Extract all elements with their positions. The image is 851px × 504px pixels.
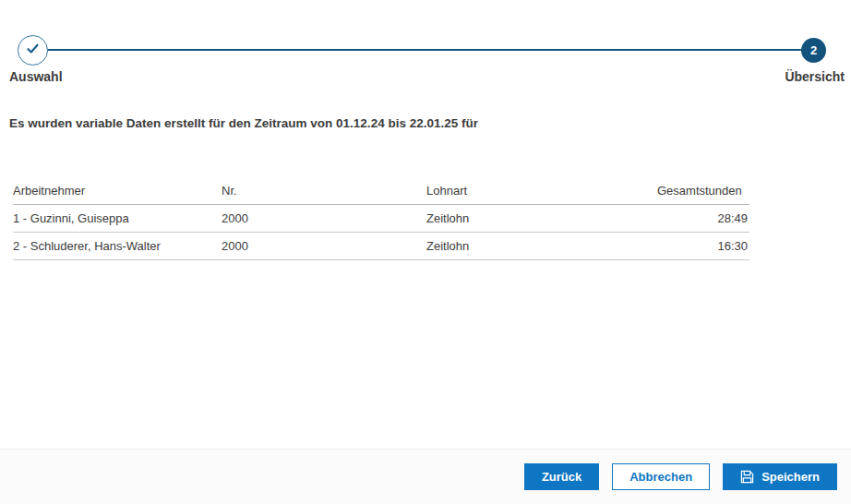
step-uebersicht-indicator[interactable]: 2	[801, 38, 826, 63]
cell-lohnart: Zeitlohn	[426, 232, 657, 259]
column-header-lohnart: Lohnart	[426, 178, 657, 204]
cell-arbeitnehmer: 2 - Schluderer, Hans-Walter	[13, 232, 222, 259]
step-connector-line	[47, 49, 802, 51]
cancel-button-label: Abbrechen	[629, 470, 692, 484]
column-header-arbeitnehmer: Arbeitnehmer	[13, 178, 222, 204]
table-header-row: Arbeitnehmer Nr. Lohnart Gesamtstunden	[13, 178, 749, 204]
back-button[interactable]: Zurück	[524, 463, 599, 490]
step-label-uebersicht: Übersicht	[785, 69, 845, 84]
footer-action-bar: Zurück Abbrechen Speichern	[0, 449, 851, 504]
column-header-gesamtstunden: Gesamtstunden	[657, 178, 749, 204]
step-label-auswahl: Auswahl	[9, 69, 63, 84]
save-button-label: Speichern	[761, 470, 820, 484]
cell-gesamtstunden: 28:49	[657, 204, 749, 232]
summary-message: Es wurden variable Daten erstellt für de…	[9, 116, 478, 130]
check-icon	[24, 40, 42, 61]
floppy-disk-icon	[740, 470, 754, 484]
cell-nr: 2000	[222, 232, 426, 259]
wizard-stepper: 2 Auswahl Übersicht	[0, 0, 851, 92]
step-number: 2	[810, 43, 817, 57]
table-row: 1 - Guzinni, Guiseppa 2000 Zeitlohn 28:4…	[13, 204, 749, 232]
step-auswahl-indicator[interactable]	[18, 35, 48, 66]
back-button-label: Zurück	[542, 470, 581, 484]
cell-arbeitnehmer: 1 - Guzinni, Guiseppa	[13, 204, 222, 232]
table-row: 2 - Schluderer, Hans-Walter 2000 Zeitloh…	[13, 232, 749, 259]
overview-table: Arbeitnehmer Nr. Lohnart Gesamtstunden 1…	[13, 178, 749, 260]
save-button[interactable]: Speichern	[723, 463, 837, 490]
cell-nr: 2000	[222, 204, 426, 232]
cell-lohnart: Zeitlohn	[426, 204, 657, 232]
column-header-nr: Nr.	[222, 178, 426, 204]
cell-gesamtstunden: 16:30	[657, 232, 749, 259]
cancel-button[interactable]: Abbrechen	[612, 463, 710, 490]
